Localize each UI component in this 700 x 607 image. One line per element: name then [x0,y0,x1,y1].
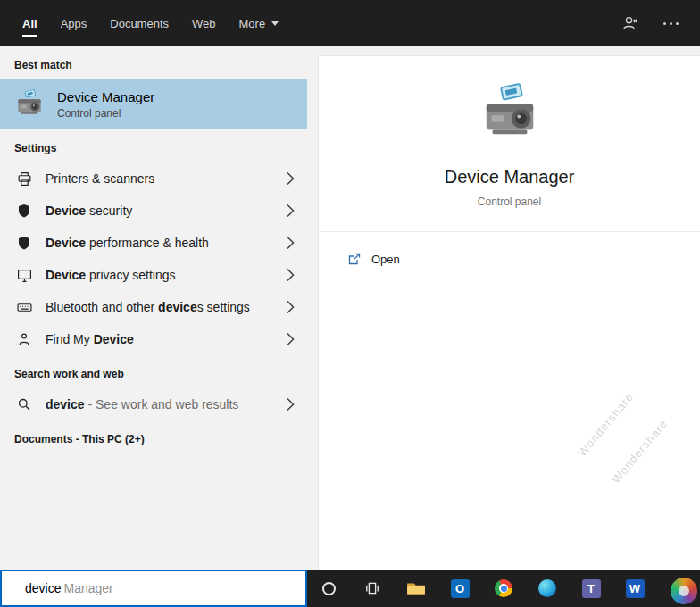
web-search-result[interactable]: device - See work and web results [0,388,307,420]
settings-item-bluetooth-devices[interactable]: Bluetooth and other devices settings [0,291,307,323]
shield-icon [15,236,33,250]
tab-all-label: All [22,17,38,30]
chevron-right-icon[interactable] [287,300,295,314]
label-bold: Device [46,268,86,282]
label-bold: Device [94,332,134,346]
label-bold: Device [46,236,86,250]
task-view-icon[interactable] [362,578,383,599]
tab-more-label: More [239,17,266,30]
watermark-logo-icon [671,578,697,604]
text-caret [62,580,62,596]
keyboard-icon [15,300,33,315]
search-results-panel: Best match Device Manager Control panel … [0,46,307,570]
header-actions [621,0,700,46]
tab-web[interactable]: Web [180,0,228,46]
outlook-icon[interactable]: O [449,578,471,599]
web-result-label: device - See work and web results [46,397,238,412]
best-match-text: Device Manager Control panel [57,89,154,120]
tab-more[interactable]: More [228,0,291,46]
label-post: s settings [197,300,250,314]
tab-documents-label: Documents [110,17,169,30]
settings-item-label: Find My Device [46,332,134,346]
chevron-right-icon[interactable] [287,397,295,412]
open-label: Open [371,253,400,266]
search-inline-suggestion: Manager [63,581,112,595]
device-manager-icon-large [479,83,541,146]
word-icon[interactable]: W [624,578,646,599]
chevron-down-icon [271,21,279,26]
label-post: performance & health [86,236,209,250]
label-bold: device [158,300,197,314]
chevron-right-icon[interactable] [287,268,295,282]
file-explorer-icon[interactable] [405,578,427,599]
settings-item-device-performance[interactable]: Device performance & health [0,227,307,259]
settings-item-label: Bluetooth and other devices settings [46,300,250,314]
teams-icon[interactable]: T [580,578,602,599]
tab-documents[interactable]: Documents [98,0,180,46]
label-post: - See work and web results [85,397,239,412]
settings-item-find-my-device[interactable]: Find My Device [0,323,307,355]
settings-item-device-privacy[interactable]: Device privacy settings [0,259,307,291]
printer-icon [15,171,33,187]
chevron-right-icon[interactable] [287,332,295,346]
chrome-icon[interactable] [493,578,514,599]
label-pre: Find My [46,332,94,346]
tab-apps-label: Apps [61,17,88,30]
settings-item-label: Printers & scanners [46,171,154,186]
preview-pane: Device Manager Control panel Open [318,55,700,570]
device-manager-icon [14,89,45,120]
preview-subtitle: Control panel [319,195,700,208]
more-options-icon[interactable] [663,22,679,25]
open-button[interactable]: Open [347,252,400,266]
label-pre: Printers & scanners [46,171,154,186]
user-account-icon[interactable] [621,15,638,32]
best-match-title: Device Manager [57,89,154,104]
best-match-result[interactable]: Device Manager Control panel [0,79,307,129]
label-post: privacy settings [86,268,175,282]
settings-item-device-security[interactable]: Device security [0,195,307,227]
search-typed-text: device [25,581,61,595]
divider [319,231,700,232]
label-bold: Device [46,204,86,218]
best-match-header: Best match [0,46,307,79]
chevron-right-icon[interactable] [287,204,295,218]
open-external-icon [347,252,362,266]
tab-web-label: Web [192,17,216,30]
settings-item-label: Device privacy settings [46,268,176,282]
label-post: security [86,204,132,218]
search-work-web-header: Search work and web [0,355,307,388]
documents-section-header: Documents - This PC (2+) [0,420,307,453]
search-filter-tabs: All Apps Documents Web More [0,0,290,46]
monitor-icon [15,268,33,283]
search-icon [15,397,33,412]
tab-all[interactable]: All [11,0,49,46]
preview-title: Device Manager [319,167,700,187]
chevron-right-icon[interactable] [287,236,295,250]
shield-icon [15,204,33,218]
search-header-bar: All Apps Documents Web More [0,0,700,46]
preview-identity: Device Manager Control panel [319,56,700,208]
settings-section-header: Settings [0,129,307,162]
chevron-right-icon[interactable] [287,171,295,186]
windows-search-flyout: All Apps Documents Web More Best match [0,0,700,607]
cortana-icon[interactable] [318,578,339,599]
tab-apps[interactable]: Apps [49,0,99,46]
edge-icon[interactable] [537,578,558,599]
person-icon [15,332,33,346]
label-bold: device [46,397,85,412]
label-pre: Bluetooth and other [46,300,158,314]
settings-item-label: Device performance & health [46,236,209,250]
best-match-subtitle: Control panel [57,107,154,120]
settings-item-printers-scanners[interactable]: Printers & scanners [0,162,307,195]
settings-item-label: Device security [46,204,132,218]
search-input[interactable]: device Manager [0,570,307,607]
